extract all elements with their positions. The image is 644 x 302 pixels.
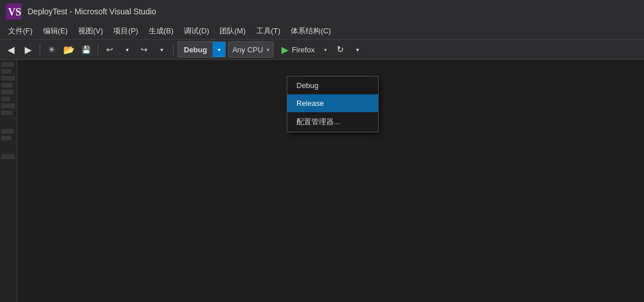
sidebar-line xyxy=(1,154,15,159)
run-icon: ▶ xyxy=(281,44,288,55)
browser-refresh-dropdown[interactable]: ▾ xyxy=(350,42,365,57)
sidebar-line xyxy=(1,97,10,101)
forward-button[interactable]: ▶ xyxy=(21,42,36,57)
menu-project[interactable]: 项目(P) xyxy=(109,25,142,37)
window-title: DeployTest - Microsoft Visual Studio xyxy=(28,7,156,16)
open-file-icon[interactable]: 📂 xyxy=(61,42,76,57)
platform-label: Any CPU xyxy=(232,45,263,54)
dropdown-item-release[interactable]: Release xyxy=(287,94,378,112)
configuration-label: Debug xyxy=(178,45,213,54)
browser-refresh-button[interactable]: ↻ xyxy=(333,42,348,57)
refresh-toolbar-icon[interactable]: ✳ xyxy=(44,42,59,57)
back-button[interactable]: ◀ xyxy=(3,42,18,57)
menu-architecture[interactable]: 体系结构(C) xyxy=(286,25,336,37)
vs-logo-icon: VS xyxy=(6,3,22,20)
redo-icon[interactable]: ↪ xyxy=(137,42,152,57)
undo-dropdown-icon[interactable]: ▾ xyxy=(119,42,134,57)
left-sidebar xyxy=(0,60,17,302)
sidebar-line xyxy=(1,129,14,133)
configuration-dropdown-menu: Debug Release 配置管理器... xyxy=(287,76,379,132)
menu-debug[interactable]: 调试(D) xyxy=(179,25,214,37)
sidebar-line xyxy=(1,69,11,74)
dropdown-item-config-manager[interactable]: 配置管理器... xyxy=(287,112,378,132)
configuration-dropdown[interactable]: Debug ▾ xyxy=(178,41,226,58)
toolbar-separator-2 xyxy=(98,44,98,55)
undo-icon[interactable]: ↩ xyxy=(102,42,117,57)
svg-text:VS: VS xyxy=(8,6,21,18)
toolbar: ◀ ▶ ✳ 📂 💾 ↩ ▾ ↪ ▾ Debug ▾ Any CPU ▾ ▶ Fi… xyxy=(0,39,644,60)
sidebar-line xyxy=(1,110,13,115)
configuration-dropdown-arrow[interactable]: ▾ xyxy=(213,42,225,57)
browser-label: Firefox xyxy=(292,45,315,54)
toolbar-separator-3 xyxy=(173,44,173,55)
toolbar-separator-1 xyxy=(40,44,40,55)
run-section: ▶ Firefox ▾ xyxy=(276,41,331,58)
menu-team[interactable]: 团队(M) xyxy=(215,25,250,37)
menu-edit[interactable]: 编辑(E) xyxy=(38,25,72,37)
sidebar-line xyxy=(1,104,15,108)
platform-dropdown-arrow: ▾ xyxy=(267,47,269,53)
sidebar-line xyxy=(1,76,15,81)
redo-dropdown-icon[interactable]: ▾ xyxy=(154,42,169,57)
run-button[interactable]: ▶ Firefox xyxy=(276,41,321,58)
title-bar: VS DeployTest - Microsoft Visual Studio xyxy=(0,0,644,23)
menu-bar: 文件(F) 编辑(E) 视图(V) 项目(P) 生成(B) 调试(D) 团队(M… xyxy=(0,23,644,39)
platform-dropdown[interactable]: Any CPU ▾ xyxy=(228,41,273,58)
menu-view[interactable]: 视图(V) xyxy=(74,25,107,37)
menu-file[interactable]: 文件(F) xyxy=(3,25,37,37)
menu-tools[interactable]: 工具(T) xyxy=(252,25,286,37)
dropdown-item-debug[interactable]: Debug xyxy=(287,77,378,94)
menu-build[interactable]: 生成(B) xyxy=(144,25,178,37)
save-icon[interactable]: 💾 xyxy=(79,42,94,57)
sidebar-line xyxy=(1,62,14,67)
browser-dropdown-arrow[interactable]: ▾ xyxy=(321,41,331,58)
sidebar-line xyxy=(1,90,14,94)
sidebar-line xyxy=(1,83,13,87)
sidebar-line xyxy=(1,136,11,140)
